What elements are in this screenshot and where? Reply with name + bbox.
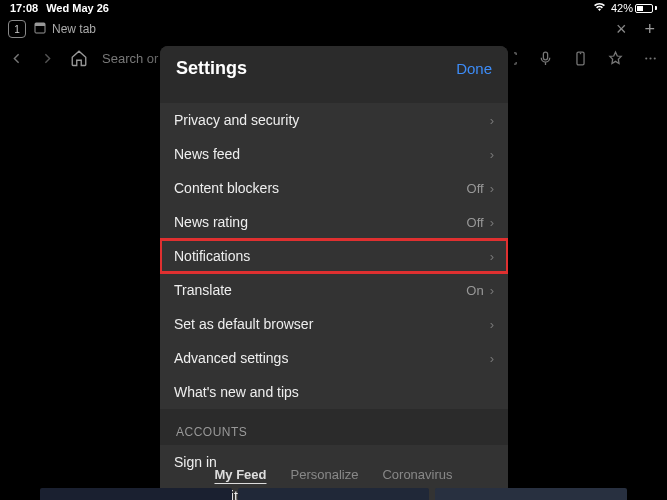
mic-icon[interactable] (537, 50, 554, 67)
accounts-section-header: ACCOUNTS (160, 409, 508, 445)
row-label: Set as default browser (174, 316, 490, 332)
done-button[interactable]: Done (456, 60, 492, 77)
settings-row-notifications[interactable]: Notifications› (160, 239, 508, 273)
svg-point-4 (645, 57, 647, 59)
close-tab-icon[interactable]: × (610, 19, 633, 40)
settings-row-advanced-settings[interactable]: Advanced settings› (160, 341, 508, 375)
wifi-icon (593, 2, 606, 14)
row-label: Privacy and security (174, 112, 490, 128)
svg-rect-1 (35, 23, 45, 26)
feed-thumb[interactable] (40, 488, 232, 500)
status-time: 17:08 (10, 2, 38, 14)
settings-row-content-blockers[interactable]: Content blockersOff› (160, 171, 508, 205)
row-value: Off (467, 215, 484, 230)
add-tab-icon[interactable]: + (640, 19, 659, 40)
settings-row-set-as-default-browser[interactable]: Set as default browser› (160, 307, 508, 341)
row-label: Content blockers (174, 180, 467, 196)
feed-thumb[interactable] (435, 488, 627, 500)
feed-tabs: My Feed Personalize Coronavirus (214, 467, 452, 482)
svg-point-6 (654, 57, 656, 59)
chevron-right-icon: › (490, 283, 494, 298)
chevron-right-icon: › (490, 147, 494, 162)
row-label: Notifications (174, 248, 490, 264)
page-icon (34, 22, 46, 37)
row-label: News rating (174, 214, 467, 230)
settings-row-what-s-new-and-tips[interactable]: What's new and tips (160, 375, 508, 409)
tab-coronavirus[interactable]: Coronavirus (382, 467, 452, 482)
settings-row-news-feed[interactable]: News feed› (160, 137, 508, 171)
row-value: Off (467, 181, 484, 196)
settings-title: Settings (176, 58, 247, 79)
row-label: News feed (174, 146, 490, 162)
tab-bar: 1 New tab × + (0, 16, 667, 42)
settings-row-translate[interactable]: TranslateOn› (160, 273, 508, 307)
chevron-right-icon: › (490, 113, 494, 128)
svg-point-5 (649, 57, 651, 59)
tab-label: New tab (52, 22, 96, 36)
battery-icon (635, 4, 653, 13)
row-label: Advanced settings (174, 350, 490, 366)
tab-count-value: 1 (14, 24, 20, 35)
battery-percent: 42% (611, 2, 633, 14)
back-icon[interactable] (8, 50, 25, 67)
feed-thumbnails (0, 488, 667, 500)
status-date: Wed May 26 (46, 2, 109, 14)
chevron-right-icon: › (490, 351, 494, 366)
settings-panel: Settings Done Privacy and security›News … (160, 46, 508, 500)
more-icon[interactable] (642, 50, 659, 67)
settings-row-privacy-and-security[interactable]: Privacy and security› (160, 103, 508, 137)
settings-header: Settings Done (160, 46, 508, 91)
row-label: What's new and tips (174, 384, 494, 400)
tab-my-feed[interactable]: My Feed (214, 467, 266, 482)
tab-personalize[interactable]: Personalize (290, 467, 358, 482)
settings-row-news-rating[interactable]: News ratingOff› (160, 205, 508, 239)
row-label: Translate (174, 282, 466, 298)
chevron-right-icon: › (490, 249, 494, 264)
status-bar: 17:08 Wed May 26 42% (0, 0, 667, 16)
chevron-right-icon: › (490, 317, 494, 332)
tab-count-button[interactable]: 1 (8, 20, 26, 38)
device-icon[interactable] (572, 50, 589, 67)
tab-new[interactable]: New tab (34, 22, 96, 37)
svg-rect-2 (543, 52, 547, 60)
row-value: On (466, 283, 483, 298)
favorite-icon[interactable] (607, 50, 624, 67)
chevron-right-icon: › (490, 215, 494, 230)
chevron-right-icon: › (490, 181, 494, 196)
forward-icon[interactable] (39, 50, 56, 67)
feed-thumb[interactable] (238, 488, 430, 500)
home-icon[interactable] (70, 49, 88, 67)
